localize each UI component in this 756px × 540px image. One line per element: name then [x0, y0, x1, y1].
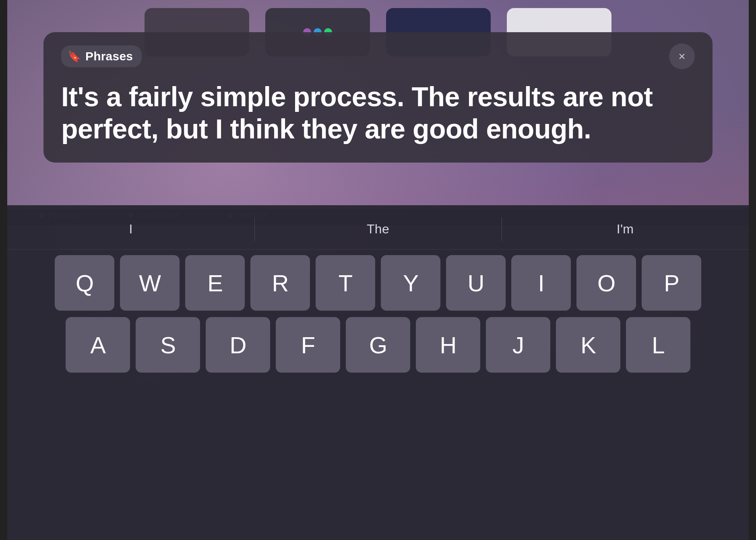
key-w[interactable]: W: [120, 255, 180, 311]
predictive-item-1[interactable]: I: [7, 209, 254, 249]
keyboard-row-1: Q W E R T Y U I O P: [15, 255, 741, 311]
key-r[interactable]: R: [250, 255, 310, 311]
key-d[interactable]: D: [206, 317, 270, 373]
key-i[interactable]: I: [511, 255, 571, 311]
key-u[interactable]: U: [446, 255, 506, 311]
key-t[interactable]: T: [316, 255, 375, 311]
keyboard-area: I The I'm Q W E R T Y U I O P A S D F: [7, 209, 749, 540]
phrases-popup: 🔖 Phrases × It's a fairly simple process…: [43, 32, 713, 163]
phrases-label: Phrases: [85, 49, 133, 63]
key-o[interactable]: O: [576, 255, 636, 311]
key-a[interactable]: A: [66, 317, 130, 373]
predictive-item-2[interactable]: The: [254, 209, 502, 249]
predictive-bar: I The I'm: [7, 209, 749, 249]
key-e[interactable]: E: [185, 255, 245, 311]
key-g[interactable]: G: [346, 317, 410, 373]
key-h[interactable]: H: [416, 317, 480, 373]
keyboard-rows: Q W E R T Y U I O P A S D F G H J K L: [7, 249, 749, 373]
key-l[interactable]: L: [626, 317, 690, 373]
key-k[interactable]: K: [556, 317, 620, 373]
key-p[interactable]: P: [642, 255, 701, 311]
close-button[interactable]: ×: [669, 43, 695, 69]
top-area: 🔖 Phrases × It's a fairly simple process…: [7, 0, 749, 209]
popup-header: 🔖 Phrases ×: [61, 43, 695, 69]
predictive-item-3[interactable]: I'm: [502, 209, 749, 249]
key-q[interactable]: Q: [55, 255, 114, 311]
key-s[interactable]: S: [136, 317, 200, 373]
phrases-badge: 🔖 Phrases: [61, 45, 142, 67]
predictive-text-2: The: [367, 222, 389, 237]
key-f[interactable]: F: [276, 317, 340, 373]
key-j[interactable]: J: [486, 317, 550, 373]
keyboard-row-2: A S D F G H J K L: [15, 317, 741, 373]
predictive-text-3: I'm: [617, 222, 634, 237]
predictive-text-1: I: [129, 222, 132, 237]
phrase-text: It's a fairly simple process. The result…: [61, 80, 695, 145]
bookmark-icon: 🔖: [68, 51, 81, 62]
close-icon: ×: [678, 50, 686, 62]
key-y[interactable]: Y: [381, 255, 440, 311]
